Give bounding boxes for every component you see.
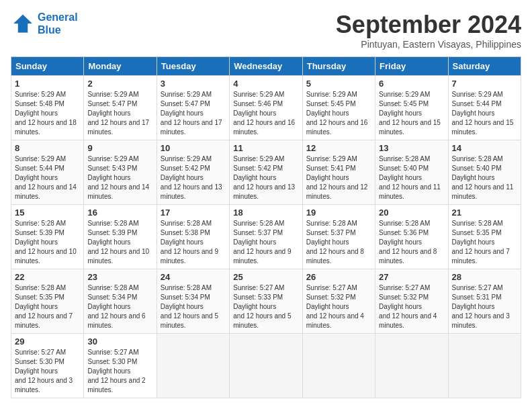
day-info: Sunrise: 5:27 AMSunset: 5:33 PMDaylight … (233, 283, 298, 330)
day-info: Sunrise: 5:29 AMSunset: 5:47 PMDaylight … (161, 90, 226, 137)
day-info: Sunrise: 5:29 AMSunset: 5:44 PMDaylight … (15, 154, 80, 201)
calendar-cell: 14Sunrise: 5:28 AMSunset: 5:40 PMDayligh… (448, 140, 521, 205)
calendar-week-1: 1Sunrise: 5:29 AMSunset: 5:48 PMDaylight… (11, 76, 521, 140)
calendar-cell: 13Sunrise: 5:28 AMSunset: 5:40 PMDayligh… (375, 140, 448, 205)
column-header-tuesday: Tuesday (157, 57, 229, 76)
day-number: 3 (161, 79, 226, 89)
calendar-cell: 5Sunrise: 5:29 AMSunset: 5:45 PMDaylight… (302, 76, 375, 140)
logo-line2: Blue (38, 24, 78, 36)
column-header-sunday: Sunday (11, 57, 84, 76)
day-info: Sunrise: 5:28 AMSunset: 5:35 PMDaylight … (15, 283, 80, 330)
calendar-cell: 25Sunrise: 5:27 AMSunset: 5:33 PMDayligh… (230, 269, 302, 334)
day-number: 26 (306, 272, 371, 282)
day-info: Sunrise: 5:27 AMSunset: 5:32 PMDaylight … (379, 283, 444, 330)
calendar-cell: 30Sunrise: 5:27 AMSunset: 5:30 PMDayligh… (84, 334, 157, 398)
day-number: 30 (87, 336, 152, 347)
day-info: Sunrise: 5:28 AMSunset: 5:34 PMDaylight … (161, 283, 226, 330)
day-info: Sunrise: 5:29 AMSunset: 5:47 PMDaylight … (87, 90, 152, 137)
day-number: 19 (306, 208, 371, 218)
day-number: 27 (379, 272, 444, 282)
location: Pintuyan, Eastern Visayas, Philippines (336, 39, 521, 50)
day-info: Sunrise: 5:28 AMSunset: 5:40 PMDaylight … (379, 154, 444, 201)
day-info: Sunrise: 5:28 AMSunset: 5:40 PMDaylight … (452, 154, 517, 201)
calendar-cell: 8Sunrise: 5:29 AMSunset: 5:44 PMDaylight… (11, 140, 84, 205)
day-number: 14 (452, 143, 517, 153)
calendar-week-5: 29Sunrise: 5:27 AMSunset: 5:30 PMDayligh… (11, 334, 521, 398)
day-info: Sunrise: 5:29 AMSunset: 5:42 PMDaylight … (233, 154, 298, 201)
calendar-cell: 7Sunrise: 5:29 AMSunset: 5:44 PMDaylight… (448, 76, 521, 140)
day-info: Sunrise: 5:29 AMSunset: 5:42 PMDaylight … (161, 154, 226, 201)
day-info: Sunrise: 5:28 AMSunset: 5:36 PMDaylight … (379, 219, 444, 266)
calendar-cell: 23Sunrise: 5:28 AMSunset: 5:34 PMDayligh… (84, 269, 157, 334)
day-info: Sunrise: 5:29 AMSunset: 5:45 PMDaylight … (306, 90, 371, 137)
column-header-thursday: Thursday (302, 57, 375, 76)
day-number: 12 (306, 143, 371, 153)
calendar-cell (302, 334, 375, 398)
day-info: Sunrise: 5:28 AMSunset: 5:35 PMDaylight … (452, 219, 517, 266)
day-number: 18 (233, 208, 298, 218)
title-block: September 2024 Pintuyan, Eastern Visayas… (336, 11, 521, 50)
calendar-cell: 21Sunrise: 5:28 AMSunset: 5:35 PMDayligh… (448, 205, 521, 269)
day-number: 10 (161, 143, 226, 153)
column-header-friday: Friday (375, 57, 448, 76)
month-title: September 2024 (336, 11, 521, 39)
calendar-table: SundayMondayTuesdayWednesdayThursdayFrid… (11, 56, 521, 398)
day-number: 1 (15, 79, 80, 89)
day-number: 4 (233, 79, 298, 89)
day-number: 13 (379, 143, 444, 153)
calendar-cell: 3Sunrise: 5:29 AMSunset: 5:47 PMDaylight… (157, 76, 229, 140)
calendar-cell: 11Sunrise: 5:29 AMSunset: 5:42 PMDayligh… (230, 140, 302, 205)
day-number: 25 (233, 272, 298, 282)
logo-icon (11, 11, 35, 36)
logo: General Blue (11, 11, 78, 36)
day-number: 23 (87, 272, 152, 282)
day-number: 8 (15, 143, 80, 153)
day-number: 20 (379, 208, 444, 218)
day-info: Sunrise: 5:29 AMSunset: 5:45 PMDaylight … (379, 90, 444, 137)
calendar-cell: 24Sunrise: 5:28 AMSunset: 5:34 PMDayligh… (157, 269, 229, 334)
calendar-cell: 4Sunrise: 5:29 AMSunset: 5:46 PMDaylight… (230, 76, 302, 140)
calendar-cell: 20Sunrise: 5:28 AMSunset: 5:36 PMDayligh… (375, 205, 448, 269)
day-info: Sunrise: 5:28 AMSunset: 5:37 PMDaylight … (233, 219, 298, 266)
calendar-cell: 16Sunrise: 5:28 AMSunset: 5:39 PMDayligh… (84, 205, 157, 269)
calendar-cell: 1Sunrise: 5:29 AMSunset: 5:48 PMDaylight… (11, 76, 84, 140)
day-number: 2 (87, 79, 152, 89)
calendar-cell (157, 334, 229, 398)
day-info: Sunrise: 5:28 AMSunset: 5:39 PMDaylight … (87, 219, 152, 266)
calendar-cell (230, 334, 302, 398)
calendar-header-row: SundayMondayTuesdayWednesdayThursdayFrid… (11, 57, 521, 76)
day-info: Sunrise: 5:27 AMSunset: 5:32 PMDaylight … (306, 283, 371, 330)
day-info: Sunrise: 5:28 AMSunset: 5:34 PMDaylight … (87, 283, 152, 330)
calendar-cell: 27Sunrise: 5:27 AMSunset: 5:32 PMDayligh… (375, 269, 448, 334)
day-info: Sunrise: 5:29 AMSunset: 5:43 PMDaylight … (87, 154, 152, 201)
day-info: Sunrise: 5:29 AMSunset: 5:41 PMDaylight … (306, 154, 371, 201)
day-number: 17 (161, 208, 226, 218)
calendar-cell: 15Sunrise: 5:28 AMSunset: 5:39 PMDayligh… (11, 205, 84, 269)
day-info: Sunrise: 5:29 AMSunset: 5:46 PMDaylight … (233, 90, 298, 137)
calendar-cell: 19Sunrise: 5:28 AMSunset: 5:37 PMDayligh… (302, 205, 375, 269)
calendar-week-2: 8Sunrise: 5:29 AMSunset: 5:44 PMDaylight… (11, 140, 521, 205)
day-info: Sunrise: 5:27 AMSunset: 5:30 PMDaylight … (87, 348, 152, 395)
calendar-cell (448, 334, 521, 398)
calendar-cell: 2Sunrise: 5:29 AMSunset: 5:47 PMDaylight… (84, 76, 157, 140)
calendar-cell: 22Sunrise: 5:28 AMSunset: 5:35 PMDayligh… (11, 269, 84, 334)
calendar-cell: 17Sunrise: 5:28 AMSunset: 5:38 PMDayligh… (157, 205, 229, 269)
day-number: 5 (306, 79, 371, 89)
logo-line1: General (38, 11, 78, 24)
day-number: 22 (15, 272, 80, 282)
day-number: 21 (452, 208, 517, 218)
day-info: Sunrise: 5:29 AMSunset: 5:48 PMDaylight … (15, 90, 80, 137)
calendar-week-4: 22Sunrise: 5:28 AMSunset: 5:35 PMDayligh… (11, 269, 521, 334)
day-number: 29 (15, 336, 80, 347)
day-number: 6 (379, 79, 444, 89)
calendar-cell: 28Sunrise: 5:27 AMSunset: 5:31 PMDayligh… (448, 269, 521, 334)
calendar-cell: 9Sunrise: 5:29 AMSunset: 5:43 PMDaylight… (84, 140, 157, 205)
column-header-monday: Monday (84, 57, 157, 76)
day-number: 9 (87, 143, 152, 153)
calendar-cell: 12Sunrise: 5:29 AMSunset: 5:41 PMDayligh… (302, 140, 375, 205)
column-header-wednesday: Wednesday (230, 57, 302, 76)
day-info: Sunrise: 5:27 AMSunset: 5:30 PMDaylight … (15, 348, 80, 395)
column-header-saturday: Saturday (448, 57, 521, 76)
day-info: Sunrise: 5:28 AMSunset: 5:37 PMDaylight … (306, 219, 371, 266)
day-number: 24 (161, 272, 226, 282)
